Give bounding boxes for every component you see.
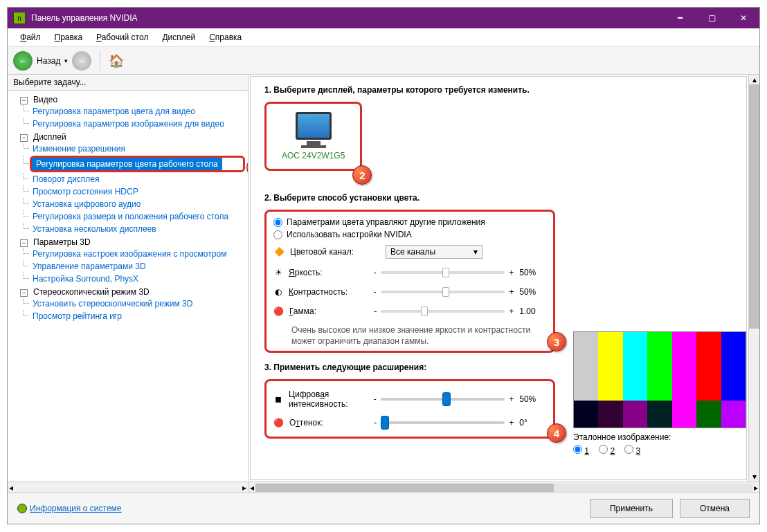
tree-item-resolution[interactable]: Изменение разрешения [30,143,128,154]
monitor-icon [296,112,332,140]
cancel-button[interactable]: Отмена [680,499,750,518]
sidebar: Выберите задачу... −Видео Регулировка па… [8,75,249,493]
display-thumbnail[interactable]: AOC 24V2W1G5 [273,108,353,165]
content-area: Выберите задачу... −Видео Регулировка па… [8,75,759,493]
main-panel: 1. Выберите дисплей, параметры которого … [249,75,759,493]
hue-slider[interactable] [381,421,505,424]
plus-icon: + [509,287,514,297]
close-button[interactable]: ✕ [728,8,759,28]
minimize-button[interactable]: ━ [664,8,696,28]
radio-other-apps-label: Параметрами цвета управляют другие прило… [287,217,485,227]
tree-item-physx[interactable]: Настройка Surround, PhysX [30,273,141,284]
tree-group-video[interactable]: Видео [30,94,60,105]
ref-radio-2[interactable]: 2 [599,445,615,456]
section1-title: 1. Выберите дисплей, параметры которого … [264,85,732,95]
tree-item-audio[interactable]: Установка цифрового аудио [30,199,143,210]
expander-icon[interactable]: − [20,134,28,142]
minus-icon: - [374,268,377,277]
gamma-icon: 🔴 [273,306,284,317]
tree-item-3d-preview[interactable]: Регулировка настроек изображения с просм… [30,248,229,259]
main-hscrollbar[interactable]: ◂▸ [249,481,759,493]
info-icon [17,504,27,513]
menu-desktop[interactable]: Рабочий стол [89,30,155,45]
toolbar-separator [100,51,100,71]
tree-item-hdcp[interactable]: Просмотр состояния HDCP [30,186,141,197]
tree-group-3d[interactable]: Параметры 3D [30,237,93,248]
tree-group-display[interactable]: Дисплей [30,131,69,143]
ref-radio-3[interactable]: 3 [624,445,640,456]
tree-item-size-position[interactable]: Регулировка размера и положения рабочего… [30,211,231,222]
contrast-slider[interactable] [381,291,505,293]
menu-edit[interactable]: Правка [48,30,90,45]
callout-badge-2: 2 [352,165,372,185]
expander-icon[interactable]: − [20,239,28,247]
ref-radio-1[interactable]: 1 [573,445,589,456]
callout-badge-3: 3 [547,332,566,351]
tree-group-stereo[interactable]: Стереоскопический режим 3D [30,286,152,297]
home-button[interactable]: 🏠 [109,53,124,68]
tree-item-3d-manage[interactable]: Управление параметрами 3D [30,261,149,272]
tree-item-video-color[interactable]: Регулировка параметров цвета для видео [30,106,198,117]
hue-icon: 🔴 [273,417,284,428]
window-controls: ━ ▢ ✕ [664,8,759,28]
sidebar-scrollbar[interactable]: ◂▸ [8,481,248,493]
arrow-left-icon: ← [19,56,27,66]
task-tree: −Видео Регулировка параметров цвета для … [8,91,248,481]
section2-title: 2. Выберите способ установки цвета. [264,193,732,203]
menu-help[interactable]: Справка [202,30,249,45]
vibrance-slider[interactable] [381,398,505,401]
plus-icon: + [509,268,514,277]
gamma-slider[interactable] [381,310,505,313]
app-window: n Панель управления NVIDIA ━ ▢ ✕ Файл Пр… [7,7,760,524]
minus-icon: - [374,418,377,428]
radio-other-apps[interactable] [273,218,282,227]
channel-dropdown[interactable]: Все каналы ▾ [386,245,482,259]
tree-item-game-rating[interactable]: Просмотр рейтинга игр [30,311,125,322]
vibrance-value: 50% [519,394,546,404]
back-label[interactable]: Назад [37,56,60,66]
back-button[interactable]: ← [13,51,33,71]
apply-button[interactable]: Применить [590,499,673,518]
tree-item-stereo-setup[interactable]: Установить стереоскопический режим 3D [30,298,195,309]
radio-nvidia[interactable] [273,230,282,239]
contrast-value: 50% [519,287,546,297]
tree-item-video-image[interactable]: Регулировка параметров изображения для в… [30,118,227,129]
tree-item-desktop-color[interactable]: Регулировка параметров цвета рабочего ст… [32,158,222,170]
plus-icon: + [509,394,514,404]
maximize-button[interactable]: ▢ [696,8,728,28]
gamma-value: 1.00 [519,306,546,316]
plus-icon: + [509,306,514,316]
reference-image-panel: Эталонное изображение: 1 2 3 [573,331,746,456]
footer: Информация о системе Применить Отмена [8,493,759,524]
brightness-label: Яркость: [289,268,368,277]
contrast-label: Контрастность: [289,287,368,297]
display-name: AOC 24V2W1G5 [282,151,345,160]
callout-badge-1: 1 [246,158,248,177]
main-content: 1. Выберите дисплей, параметры которого … [250,76,747,480]
channel-label: Цветовой канал: [290,247,380,257]
brightness-value: 50% [519,268,546,277]
expander-icon[interactable]: − [20,289,28,297]
tree-item-rotate[interactable]: Поворот дисплея [30,174,102,185]
gamma-hint: Очень высокое или низкое значение яркост… [273,321,546,347]
window-title: Панель управления NVIDIA [31,13,664,23]
system-info-link[interactable]: Информация о системе [17,504,121,513]
vibrance-label: Цифровая интенсивность: [289,389,368,409]
back-dropdown-icon[interactable]: ▾ [64,57,68,64]
reference-label: Эталонное изображение: [573,432,746,442]
chevron-down-icon: ▾ [473,247,478,257]
sidebar-header: Выберите задачу... [8,75,248,91]
brightness-slider[interactable] [381,271,505,274]
tree-item-multi-display[interactable]: Установка нескольких дисплеев [30,223,159,235]
arrow-right-icon: → [78,56,86,66]
gamma-label: Гамма: [289,306,368,316]
main-vscrollbar[interactable]: ▴ ▾ [748,75,759,481]
menu-file[interactable]: Файл [13,30,48,45]
plus-icon: + [509,418,514,428]
menu-display[interactable]: Дисплей [155,30,202,45]
contrast-icon: ◐ [273,286,283,297]
forward-button[interactable]: → [72,51,91,71]
expander-icon[interactable]: − [20,97,28,104]
hue-value: 0° [519,418,546,428]
callout-badge-4: 4 [547,423,566,443]
